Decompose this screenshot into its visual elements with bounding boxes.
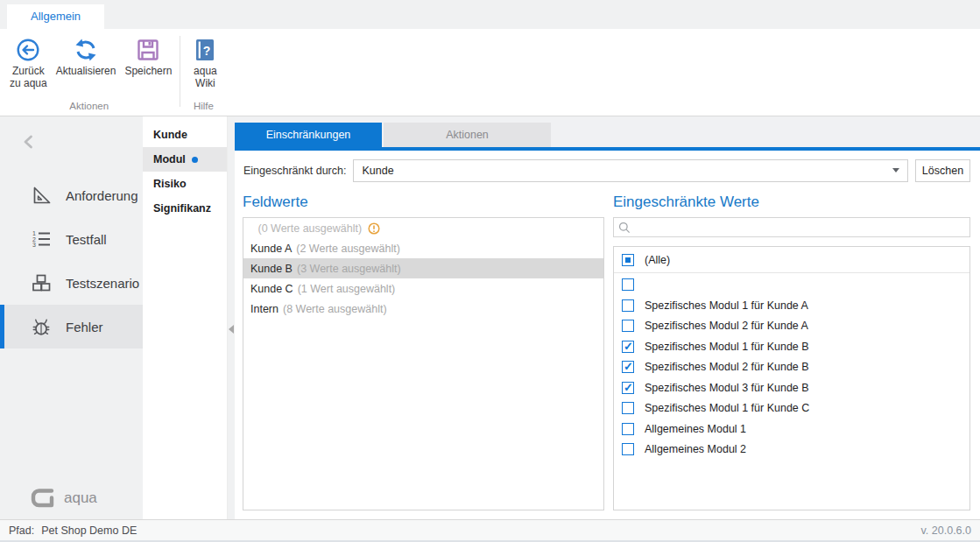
restricted-value-row[interactable] (614, 275, 969, 296)
search-input[interactable] (634, 218, 965, 236)
restricted-value-row[interactable]: Allgemeines Modul 2 (614, 440, 969, 461)
checkbox[interactable] (622, 299, 634, 312)
field-value-name: Kunde A (250, 243, 292, 255)
bug-icon (30, 315, 53, 338)
refresh-button[interactable]: Aktualisieren (52, 32, 121, 79)
field-value-count: (3 Werte ausgewählt) (297, 263, 401, 275)
value-columns: Feldwerte (0 Werte ausgewählt) Kunde A (243, 194, 970, 519)
main-area: Anforderung 1 2 3 Testfall Testszenario (0, 116, 980, 519)
field-values-section: Feldwerte (0 Werte ausgewählt) Kunde A (243, 194, 604, 510)
sidebar-item-label: Testfall (66, 232, 107, 247)
checkbox[interactable] (622, 254, 634, 266)
ribbon-tab-allgemein[interactable]: Allgemein (7, 4, 104, 29)
tab-bar: Einschränkungen Aktionen (235, 116, 980, 151)
back-icon (15, 37, 41, 63)
restricted-value-row[interactable]: Spezifisches Modul 2 für Kunde B (614, 357, 969, 378)
checkbox[interactable] (622, 402, 634, 414)
restricted-value-row[interactable]: Spezifisches Modul 1 für Kunde A (614, 295, 969, 316)
restricted-value-row[interactable]: Spezifisches Modul 1 für Kunde C (614, 398, 969, 419)
field-value-count: (2 Werte ausgewählt) (296, 243, 400, 255)
aqua-wiki-button[interactable]: ? aqua Wiki (187, 32, 222, 91)
aqua-logo: aqua (30, 487, 97, 510)
panel-splitter[interactable] (228, 116, 235, 519)
checkbox[interactable] (622, 443, 634, 455)
splitter-collapse-icon[interactable] (229, 325, 234, 334)
checkbox-label: Spezifisches Modul 3 für Kunde B (645, 382, 809, 394)
fieldnav-label: Kunde (153, 129, 187, 141)
restricted-values-section: Eingeschränkte Werte (Alle) (613, 194, 970, 510)
delete-button[interactable]: Löschen (915, 159, 970, 182)
restricted-by-row: Eingeschränkt durch: Kunde Löschen (243, 158, 970, 182)
back-to-aqua-button[interactable]: Zurück zu aqua (5, 32, 52, 91)
sidebar-item-testfall[interactable]: 1 2 3 Testfall (0, 217, 143, 261)
list-divider (614, 272, 969, 273)
field-nav: Kunde Modul Risiko Signifikanz (143, 116, 228, 519)
svg-text:?: ? (203, 44, 211, 58)
checkbox-label: Spezifisches Modul 1 für Kunde B (645, 341, 809, 353)
restricted-value-row[interactable]: Allgemeines Modul 1 (614, 419, 969, 440)
fieldnav-item-signifikanz[interactable]: Signifikanz (143, 196, 227, 221)
fieldnav-item-modul[interactable]: Modul (143, 147, 227, 172)
field-value-row[interactable]: Kunde C (1 Wert ausgewählt) (243, 278, 603, 299)
ribbon-separator (180, 36, 180, 107)
sidebar-item-testszenario[interactable]: Testszenario (0, 261, 143, 305)
save-button[interactable]: Speichern (120, 32, 176, 79)
fieldnav-label: Modul (153, 153, 186, 165)
fieldnav-item-kunde[interactable]: Kunde (143, 123, 227, 147)
field-value-row[interactable]: Kunde B (3 Werte ausgewählt) (243, 258, 603, 278)
field-value-count: (0 Werte ausgewählt) (257, 222, 362, 235)
help-book-icon: ? (192, 37, 218, 63)
sidebar-item-fehler[interactable]: Fehler (0, 305, 143, 348)
checkbox[interactable] (622, 341, 634, 353)
tab-einschraenkungen[interactable]: Einschränkungen (235, 123, 382, 147)
restricted-value-row[interactable]: Spezifisches Modul 1 für Kunde B (614, 336, 969, 357)
search-icon (618, 222, 631, 234)
field-value-row[interactable]: (0 Werte ausgewählt) (243, 218, 603, 238)
restricted-by-value: Kunde (362, 165, 393, 177)
requirement-icon (30, 184, 53, 207)
path-value: Pet Shop Demo DE (41, 524, 137, 537)
field-values-list: (0 Werte ausgewählt) Kunde A (2 Werte au… (243, 217, 604, 510)
sidebar-item-label: Testszenario (66, 276, 139, 291)
save-label: Speichern (124, 65, 172, 77)
sidebar-item-anforderung[interactable]: Anforderung (0, 173, 143, 217)
field-value-name: Intern (250, 303, 278, 315)
checkbox-label: Allgemeines Modul 1 (645, 423, 746, 435)
field-value-row[interactable]: Kunde A (2 Werte ausgewählt) (243, 238, 603, 258)
restricted-value-row[interactable]: Spezifisches Modul 2 für Kunde A (614, 316, 969, 337)
ribbon-tab-strip: Allgemein (0, 0, 980, 29)
field-value-row[interactable]: Intern (8 Werte ausgewählt) (243, 299, 603, 319)
checkbox-label: (Alle) (645, 254, 670, 266)
modified-dot-icon (192, 157, 198, 163)
checkbox[interactable] (622, 423, 634, 435)
testcase-list-icon: 1 2 3 (30, 228, 53, 250)
ribbon-group-hilfe: ? aqua Wiki Hilfe (182, 29, 224, 116)
checkbox[interactable] (622, 361, 634, 373)
checkbox[interactable] (622, 382, 634, 394)
checkbox[interactable] (622, 320, 634, 332)
checkbox-label: Spezifisches Modul 1 für Kunde A (645, 299, 808, 312)
aqua-logo-icon (30, 487, 56, 510)
content-area: Einschränkungen Aktionen Eingeschränkt d… (235, 116, 980, 519)
ribbon: Zurück zu aqua Aktualisieren (0, 29, 980, 116)
wiki-label-line2: Wiki (194, 77, 217, 89)
collapse-sidebar-icon[interactable] (21, 134, 37, 150)
fieldnav-item-risiko[interactable]: Risiko (143, 172, 227, 196)
field-value-name: Kunde B (250, 263, 293, 275)
back-label-line1: Zurück (10, 65, 47, 77)
field-value-count: (8 Werte ausgewählt) (283, 303, 387, 315)
tab-aktionen[interactable]: Aktionen (384, 123, 551, 147)
sidebar-item-label: Fehler (66, 320, 103, 334)
restricted-value-row-alle[interactable]: (Alle) (614, 250, 969, 271)
restricted-value-row[interactable]: Spezifisches Modul 3 für Kunde B (614, 377, 969, 398)
back-label-line2: zu aqua (10, 77, 47, 89)
restricted-by-dropdown[interactable]: Kunde (353, 159, 908, 182)
warning-icon (368, 222, 380, 235)
refresh-label: Aktualisieren (56, 65, 116, 77)
sidebar: Anforderung 1 2 3 Testfall Testszenario (0, 116, 143, 519)
field-value-name: Kunde C (250, 283, 293, 295)
field-value-count: (1 Wert ausgewählt) (298, 283, 396, 295)
restricted-values-search[interactable] (613, 217, 970, 237)
checkbox[interactable] (622, 278, 634, 291)
ribbon-group-aktionen: Zurück zu aqua Aktualisieren (0, 29, 178, 116)
